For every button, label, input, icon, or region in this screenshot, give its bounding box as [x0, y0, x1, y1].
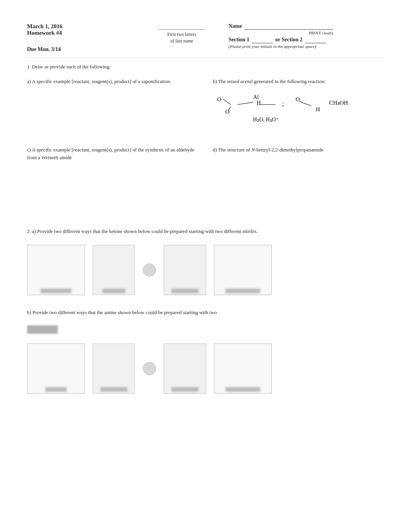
- last-name-box: First two letters of last name: [143, 23, 220, 44]
- q1b-chem-svg: O O Al H ; O H CH₃OH H₂O, H₃: [213, 89, 383, 129]
- print-clearly: PRINT clearly: [259, 31, 383, 35]
- svg-line-1: [223, 99, 231, 105]
- header-divider: [27, 57, 383, 58]
- q1b-italic: mixed acetal: [227, 78, 252, 84]
- q2a-center-label-blur: [102, 289, 125, 293]
- svg-text:O: O: [217, 96, 222, 102]
- q2b-right-mol1: [164, 343, 206, 394]
- svg-line-10: [299, 101, 311, 106]
- q2b-text: b) Provide two different ways that the a…: [27, 309, 383, 316]
- q2b-left-mol: [27, 343, 85, 394]
- q1a-col: a) A specific example [reactant, reagent…: [27, 78, 197, 135]
- q2b-small-label-blur: [27, 325, 58, 334]
- q1b-col: b) The mixed acetal generated in the fol…: [213, 78, 383, 135]
- q2b-center-label-blur: [100, 387, 127, 392]
- first-two-label: First two letters of last name: [167, 31, 196, 44]
- svg-text:CH₃OH: CH₃OH: [329, 100, 348, 106]
- q1c-col: c) A specific example [reactant, reagent…: [27, 146, 197, 218]
- name-label: Name: [229, 23, 242, 29]
- q2b-diagram-area: [27, 338, 383, 399]
- q2a-center-mol: [93, 245, 135, 295]
- q2a-left-mol: [27, 245, 85, 295]
- q1d-n-italic: N: [251, 147, 255, 153]
- svg-text:Al: Al: [253, 94, 259, 100]
- or-section2: or Section 2: [275, 37, 303, 43]
- date-label: March 1, 2016: [27, 23, 135, 30]
- q1d-col: d) The structure of N-benzyl-2,2-dimethy…: [213, 146, 383, 218]
- section-line: Section 1 or Section 2: [229, 37, 383, 43]
- q2a-section: 2. a) Provide two different ways that th…: [27, 228, 383, 301]
- due-label: Due Mon. 3/14: [27, 46, 135, 53]
- svg-text:H₂O, H₃O⁺: H₂O, H₃O⁺: [253, 117, 278, 122]
- q1d-work-area: [213, 157, 383, 211]
- q2a-right-mol1: [164, 245, 206, 295]
- please-print-note: (Please print your initials in the appro…: [229, 44, 383, 49]
- header-left: March 1, 2016 Homework #4 Due Mon. 3/14: [27, 23, 135, 53]
- header-section: March 1, 2016 Homework #4 Due Mon. 3/14 …: [27, 23, 383, 53]
- q2a-left-label-blur: [41, 289, 71, 293]
- q1-section: a) A specific example [reactant, reagent…: [27, 78, 383, 135]
- signature-line: [159, 23, 205, 30]
- q2b-section: b) Provide two different ways that the a…: [27, 309, 383, 400]
- q1-intro: 1. Draw or provide each of the following…: [27, 63, 383, 71]
- q1c-work-area: [27, 164, 197, 218]
- header-right: Name PRINT clearly Section 1 or Section …: [229, 23, 383, 49]
- name-row: Name: [229, 23, 383, 30]
- last-italic: last: [175, 38, 182, 44]
- q2b-center-mol: [93, 343, 135, 394]
- q1a-work-area: [27, 88, 197, 134]
- q2b-right-mol2: [214, 343, 272, 394]
- q2b-right-mol1-label: [171, 387, 198, 392]
- name-underline: [244, 23, 333, 30]
- q2a-circle-connector: [143, 263, 156, 277]
- q1d-text: d) The structure of N-benzyl-2,2-dimethy…: [213, 146, 383, 154]
- q2b-left-label-blur: [46, 387, 67, 392]
- q1b-text: b) The mixed acetal generated in the fol…: [213, 78, 383, 85]
- homework-label: Homework #4: [27, 30, 135, 36]
- q1cd-section: c) A specific example [reactant, reagent…: [27, 146, 383, 218]
- q1a-text: a) A specific example [reactant, reagent…: [27, 78, 197, 85]
- q2a-text: 2. a) Provide two different ways that th…: [27, 228, 383, 235]
- q2a-right-mol2-label: [225, 289, 260, 293]
- section1-label: Section 1: [229, 37, 249, 43]
- q2b-circle-connector: [143, 362, 156, 375]
- svg-line-6: [237, 102, 253, 105]
- section1-blank: [252, 37, 273, 43]
- section2-blank: [305, 37, 326, 43]
- q2a-right-mol2: [214, 245, 272, 295]
- q2a-right-mol1-label: [171, 289, 198, 293]
- q1c-text: c) A specific example [reactant, reagent…: [27, 146, 197, 161]
- svg-text:;: ;: [282, 100, 284, 107]
- q2b-right-mol2-label: [225, 387, 260, 392]
- q1b-chem-diagram: O O Al H ; O H CH₃OH H₂O, H₃: [213, 89, 383, 124]
- svg-text:H: H: [316, 106, 320, 112]
- q2a-diagram-area: [27, 239, 383, 301]
